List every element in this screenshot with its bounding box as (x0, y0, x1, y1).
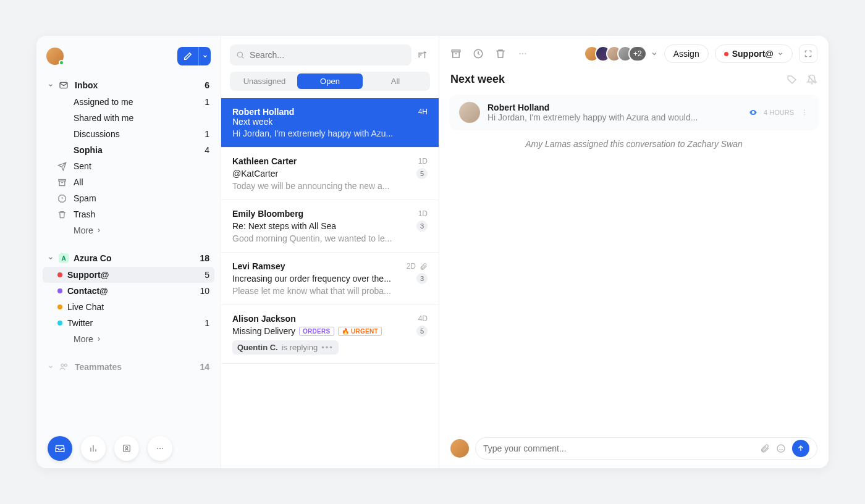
seg-all[interactable]: All (363, 74, 428, 89)
tag-button[interactable] (787, 74, 798, 85)
nav-discussions[interactable]: Discussions 1 (43, 126, 214, 142)
bottom-inbox-button[interactable] (48, 436, 72, 461)
nav-sophia[interactable]: Sophia 4 (43, 142, 214, 158)
nav-sent[interactable]: Sent (43, 158, 214, 174)
nav-spam[interactable]: Spam (43, 190, 214, 206)
svg-point-15 (804, 110, 805, 111)
nav-trash[interactable]: Trash (43, 206, 214, 222)
thread-count-badge: 3 (416, 273, 428, 284)
bottom-contacts-button[interactable] (114, 436, 139, 461)
chevron-down-icon (48, 255, 54, 261)
azura-badge: A (59, 253, 69, 263)
nav-more-azura[interactable]: More (43, 331, 214, 347)
presence-dot (59, 60, 64, 65)
nav-live-chat[interactable]: Live Chat (43, 299, 214, 315)
chevron-down-icon (202, 53, 208, 59)
paperclip-icon (760, 443, 770, 453)
search-box[interactable] (230, 44, 411, 65)
ellipsis-icon (517, 48, 528, 59)
seg-unassigned[interactable]: Unassigned (232, 74, 297, 89)
thread-count-badge: 5 (416, 168, 428, 179)
search-input[interactable] (250, 50, 405, 60)
clock-icon (473, 48, 484, 59)
message-more-button[interactable] (800, 108, 809, 117)
profile-avatar[interactable] (46, 48, 64, 65)
compose-more-button[interactable] (198, 47, 211, 65)
expand-button[interactable] (799, 44, 817, 63)
dot-icon (57, 272, 62, 277)
nav-contact[interactable]: Contact@ 10 (43, 283, 214, 299)
sidebar: Inbox 6 Assigned to me 1 Shared with me … (36, 36, 221, 468)
conversation-item[interactable]: Levi Ramsey 2D Increasing our order freq… (221, 253, 439, 305)
thread-count-badge: 5 (416, 326, 428, 337)
participants-stack[interactable]: +2 (584, 46, 658, 62)
attach-button[interactable] (760, 443, 770, 453)
bell-off-icon (806, 74, 817, 85)
svg-point-2 (61, 364, 64, 366)
seg-open[interactable]: Open (297, 74, 363, 89)
emoji-icon (776, 443, 786, 453)
sort-icon (416, 49, 428, 61)
filter-segmented: Unassigned Open All (230, 72, 430, 91)
more-actions-button[interactable] (517, 48, 528, 59)
archive-button[interactable] (450, 48, 462, 59)
message-card[interactable]: Robert Holland Hi Jordan, I'm extremely … (449, 94, 819, 130)
conversation-item[interactable]: Emily Bloomberg 1D Re: Next steps with A… (221, 200, 439, 253)
nav-support[interactable]: Support@ 5 (43, 267, 214, 283)
chevron-right-icon (96, 336, 102, 342)
inbox-label: Inbox (75, 80, 98, 90)
delete-button[interactable] (495, 48, 506, 59)
nav-twitter[interactable]: Twitter 1 (43, 315, 214, 331)
svg-point-3 (64, 364, 67, 366)
teammates-section-header[interactable]: Teammates 14 (43, 358, 214, 376)
trash-icon (57, 210, 69, 219)
svg-point-9 (237, 52, 242, 57)
send-button[interactable] (792, 440, 809, 457)
sort-button[interactable] (416, 49, 430, 61)
nav-all[interactable]: All (43, 174, 214, 190)
mute-button[interactable] (806, 74, 817, 85)
conversation-list: Unassigned Open All Robert Holland 4H Ne… (221, 36, 439, 468)
conversation-item[interactable]: Robert Holland 4H Next week Hi Jordan, I… (221, 98, 439, 148)
emoji-button[interactable] (776, 443, 786, 453)
archive-icon (450, 48, 462, 59)
bottom-analytics-button[interactable] (81, 436, 106, 461)
ellipsis-vertical-icon (800, 108, 809, 117)
conversation-item[interactable]: Alison Jackson 4D Missing Delivery ORDER… (221, 305, 439, 364)
svg-point-6 (157, 448, 158, 449)
svg-point-7 (159, 448, 161, 449)
channel-pill[interactable]: Support@ (715, 44, 793, 63)
system-message: Amy Lamas assigned this conversation to … (439, 130, 829, 158)
chevron-down-icon (48, 82, 54, 88)
attachment-icon (420, 262, 428, 271)
participants-more-count: +2 (628, 46, 647, 62)
bottom-more-button[interactable] (148, 436, 172, 461)
app-window: Inbox 6 Assigned to me 1 Shared with me … (36, 36, 829, 468)
nav-more-folders[interactable]: More (43, 222, 214, 238)
nav-assigned-to-me[interactable]: Assigned to me 1 (43, 94, 214, 110)
inbox-section-header[interactable]: Inbox 6 (43, 77, 214, 94)
comment-input[interactable] (483, 443, 760, 453)
conversation-item[interactable]: Kathleen Carter 1D @KatCarter 5 Today we… (221, 148, 439, 200)
inbox-count: 6 (205, 80, 209, 90)
thread-count-badge: 3 (416, 220, 428, 232)
comment-input-wrapper[interactable] (475, 437, 817, 460)
spam-icon (57, 194, 69, 203)
azura-section-header[interactable]: A Azura Co 18 (43, 250, 214, 267)
conversation-title: Next week (450, 73, 505, 86)
read-indicator-icon (749, 108, 757, 117)
send-icon (57, 162, 69, 171)
snooze-button[interactable] (473, 48, 484, 59)
compose-button[interactable] (177, 47, 198, 65)
svg-point-18 (777, 445, 785, 452)
nav-shared-with-me[interactable]: Shared with me (43, 110, 214, 126)
dot-icon (724, 52, 728, 56)
chevron-down-icon (777, 51, 783, 57)
assign-button[interactable]: Assign (664, 44, 709, 63)
chevron-right-icon (96, 227, 102, 233)
svg-rect-10 (452, 50, 460, 52)
svg-rect-1 (59, 179, 65, 181)
chevron-down-icon (48, 364, 54, 370)
svg-point-5 (125, 447, 127, 448)
sender-avatar (459, 102, 480, 123)
